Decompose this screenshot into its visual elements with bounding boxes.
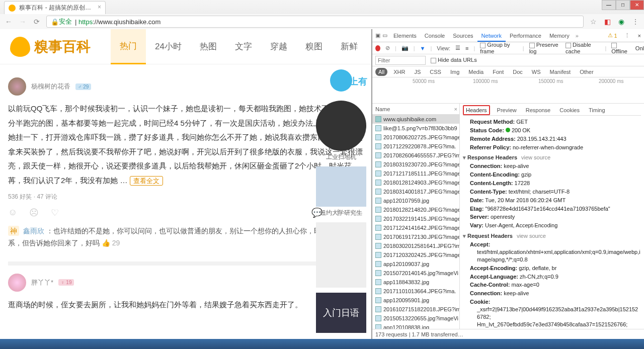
ad-card[interactable]: 入门日语: [311, 293, 371, 333]
request-row[interactable]: 20150513220655.jpg?imageVi: [372, 314, 459, 323]
devtools-tab[interactable]: Console: [421, 31, 449, 41]
devtools-tab[interactable]: Performance: [506, 31, 545, 41]
response-headers-toggle[interactable]: Response Headersview source: [463, 153, 641, 162]
devtools-menu-icon[interactable]: ⋮: [621, 32, 633, 39]
type-filter[interactable]: Font: [490, 68, 507, 76]
preserve-log-checkbox[interactable]: Preserve log: [529, 42, 560, 54]
ad-card[interactable]: [311, 222, 371, 288]
devtools-tab[interactable]: Network: [477, 31, 506, 42]
type-filter[interactable]: All: [375, 68, 387, 76]
address-bar[interactable]: 🔒 安全 | https://www.qiushibaike.com: [46, 16, 584, 28]
nav-item[interactable]: 热图: [191, 29, 226, 64]
extension-icon-2[interactable]: ◉: [617, 17, 626, 26]
type-filter[interactable]: JS: [411, 68, 424, 76]
detail-tab[interactable]: Response: [524, 106, 553, 114]
timeline[interactable]: 50000 ms 100000 ms 150000 ms 200000 ms: [372, 77, 644, 104]
request-row[interactable]: like@1.5.png?v=b7f830b3bb9: [372, 124, 459, 133]
window-minimize-button[interactable]: —: [602, 0, 616, 10]
nav-item[interactable]: 文字: [226, 29, 261, 64]
request-row[interactable]: 20180302012581641.JPEG?ima.: [372, 241, 459, 250]
type-filter[interactable]: Media: [465, 68, 487, 76]
detail-tab[interactable]: Cookies: [557, 106, 582, 114]
read-more-button[interactable]: 查看全文: [130, 176, 163, 186]
ad-card[interactable]: 纽约大学研究生: [311, 166, 371, 217]
window-close-button[interactable]: ✕: [630, 0, 644, 10]
disable-cache-checkbox[interactable]: Disable cache: [566, 42, 600, 54]
devtools-tab[interactable]: Sources: [449, 31, 477, 41]
window-maximize-button[interactable]: □: [616, 0, 630, 10]
post-username[interactable]: 胖丫丫*: [31, 278, 53, 287]
type-filter[interactable]: Manifest: [547, 68, 574, 76]
nav-item[interactable]: 热门: [111, 29, 146, 64]
request-row[interactable]: 20180314001817.JPEG?image.: [372, 187, 459, 196]
record-button[interactable]: [375, 45, 380, 51]
request-headers-toggle[interactable]: Request Headersview source: [463, 232, 641, 240]
request-row[interactable]: 20180319230720.JPEG?image.: [372, 160, 459, 169]
nav-item[interactable]: 新鲜: [332, 29, 367, 64]
site-logo[interactable]: 糗事百科: [10, 37, 91, 57]
request-row[interactable]: 20170826064655557.JPEG?ima: [372, 151, 459, 160]
request-row[interactable]: 20170806202725.JPEG?image.: [372, 133, 459, 142]
inspect-icon[interactable]: ▣: [375, 32, 380, 39]
type-filter[interactable]: CSS: [427, 68, 444, 76]
close-icon[interactable]: ×: [98, 4, 101, 11]
filter-input[interactable]: [375, 56, 426, 65]
request-row[interactable]: 20170322191415.JPEG?image.: [372, 214, 459, 223]
request-row[interactable]: www.qiushibaike.com: [372, 115, 459, 124]
offline-checkbox[interactable]: Offline: [611, 42, 630, 54]
view-source-link[interactable]: view source: [521, 154, 550, 160]
type-filter[interactable]: XHR: [390, 68, 408, 76]
type-filter[interactable]: WS: [529, 68, 544, 76]
group-by-frame-checkbox[interactable]: Group by frame: [480, 42, 517, 54]
avatar[interactable]: [8, 77, 26, 96]
request-row[interactable]: 20180128214820.JPEG?image.: [372, 205, 459, 214]
detail-tab[interactable]: Preview: [495, 106, 519, 114]
avatar[interactable]: [8, 274, 26, 292]
type-filter[interactable]: Doc: [510, 68, 526, 76]
post-username[interactable]: 杨槐树的花香: [31, 82, 70, 91]
detail-tab[interactable]: Timing: [587, 106, 607, 114]
request-row[interactable]: 20150720140145.jpg?imageVi: [372, 269, 459, 278]
request-row[interactable]: app120095901.jpg: [372, 296, 459, 305]
reload-button[interactable]: ⟳: [32, 17, 41, 26]
request-row[interactable]: app120109037.jpg: [372, 259, 459, 269]
forward-button[interactable]: →: [18, 17, 27, 26]
devtools-tab[interactable]: Memory: [545, 31, 574, 41]
frown-icon[interactable]: ☹: [29, 207, 39, 218]
request-row[interactable]: 20170619172130.JPEG?image.: [372, 232, 459, 241]
browser-tab[interactable]: 糗事百科 - 超搞笑的原创… ×: [4, 1, 106, 14]
request-row[interactable]: 20171203202425.JPEG?image.: [372, 250, 459, 259]
promo-text[interactable]: 网上有: [311, 75, 371, 88]
type-filter[interactable]: Img: [447, 68, 462, 76]
view-source-link[interactable]: view source: [517, 233, 546, 239]
hide-data-urls-checkbox[interactable]: Hide data URLs: [431, 57, 477, 63]
camera-icon[interactable]: 📷: [401, 45, 409, 51]
comment-username[interactable]: 鑫雨欣: [23, 227, 44, 235]
device-icon[interactable]: ▭: [382, 32, 387, 39]
filter-icon[interactable]: ▼: [420, 45, 426, 51]
menu-icon[interactable]: ⋮: [631, 17, 640, 26]
thumb-icon[interactable]: 👍: [102, 239, 112, 247]
extension-icon[interactable]: ◧: [603, 17, 612, 26]
nav-item[interactable]: 24小时: [146, 29, 191, 64]
request-row[interactable]: 20180128124903.JPEG?image.: [372, 178, 459, 187]
devtools-close-icon[interactable]: ×: [635, 33, 644, 39]
smile-icon[interactable]: ☺: [8, 207, 17, 218]
devtools-tab[interactable]: Elements: [389, 31, 421, 41]
request-row[interactable]: app118843832.jpg: [372, 278, 459, 287]
clear-icon[interactable]: ⊘: [385, 45, 390, 51]
request-row[interactable]: app120108838.jpg: [372, 323, 459, 329]
request-row[interactable]: 20161027151822018.JPEG?ima.: [372, 305, 459, 314]
request-row[interactable]: 20171217185111.JPEG?image.: [372, 169, 459, 178]
nav-item[interactable]: 糗图: [296, 29, 332, 64]
nav-item[interactable]: 穿越: [261, 29, 296, 64]
warning-badge[interactable]: ⚠ 1: [608, 32, 619, 39]
throttle-select[interactable]: Onl: [635, 45, 644, 51]
windows-taskbar[interactable]: [0, 339, 644, 349]
back-button[interactable]: ←: [4, 17, 13, 26]
type-filter[interactable]: Other: [577, 68, 597, 76]
request-row[interactable]: 20171229220878.JPEG?ima.: [372, 142, 459, 151]
request-row[interactable]: 20171101013664.JPEG?ima.: [372, 287, 459, 296]
request-row[interactable]: 20171224141642.JPEG?image.: [372, 223, 459, 232]
heart-icon[interactable]: ♡: [51, 207, 59, 218]
